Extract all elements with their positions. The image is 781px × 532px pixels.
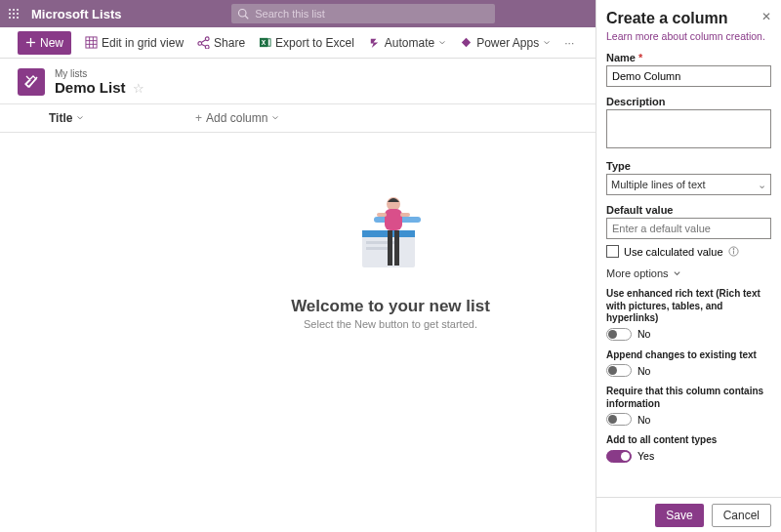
type-label: Type: [606, 160, 771, 172]
calculated-value-checkbox[interactable]: [606, 245, 619, 258]
svg-point-6: [9, 17, 11, 19]
powerapps-button[interactable]: Power Apps: [460, 36, 551, 50]
more-options-label: More options: [606, 267, 669, 279]
addall-toggle[interactable]: [606, 450, 632, 463]
plus-icon: +: [195, 111, 202, 125]
waffle-icon[interactable]: [0, 8, 27, 20]
svg-rect-30: [385, 209, 402, 230]
powerapps-label: Power Apps: [476, 36, 539, 50]
excel-icon: X: [259, 36, 271, 49]
new-button[interactable]: New: [18, 31, 71, 55]
description-label: Description: [606, 96, 771, 107]
svg-point-0: [9, 9, 11, 11]
svg-rect-32: [400, 213, 410, 217]
svg-point-8: [17, 17, 19, 19]
powerapps-icon: [460, 36, 473, 49]
app-name: Microsoft Lists: [31, 7, 121, 21]
svg-point-2: [17, 9, 19, 11]
rich-text-toggle[interactable]: [606, 328, 632, 341]
share-label: Share: [214, 36, 245, 50]
add-column-button[interactable]: + Add column: [195, 111, 279, 125]
search-input[interactable]: [253, 7, 489, 20]
type-select-value: Multiple lines of text: [611, 179, 706, 190]
list-title: Demo List: [55, 79, 126, 96]
description-input[interactable]: [606, 109, 771, 148]
name-label: Name *: [606, 52, 771, 63]
add-column-label: Add column: [206, 111, 267, 125]
svg-rect-13: [86, 37, 97, 48]
column-header-title[interactable]: Title: [29, 111, 195, 125]
svg-rect-23: [267, 39, 270, 46]
export-excel-label: Export to Excel: [275, 36, 354, 50]
export-excel-button[interactable]: X Export to Excel: [259, 36, 354, 50]
column-header-title-label: Title: [49, 111, 72, 125]
edit-grid-label: Edit in grid view: [102, 36, 184, 50]
svg-line-10: [245, 16, 248, 19]
chevron-down-icon: ⌄: [758, 179, 766, 191]
svg-point-18: [198, 42, 202, 46]
svg-rect-34: [394, 230, 399, 266]
svg-point-9: [239, 10, 247, 18]
automate-label: Automate: [385, 36, 434, 50]
append-toggle[interactable]: [606, 364, 632, 377]
automate-button[interactable]: Automate: [368, 36, 446, 50]
share-button[interactable]: Share: [197, 36, 245, 50]
name-input[interactable]: [606, 65, 771, 87]
edit-grid-button[interactable]: Edit in grid view: [85, 36, 184, 50]
panel-heading: Create a column: [606, 10, 771, 27]
cancel-button[interactable]: Cancel: [712, 504, 771, 527]
svg-point-5: [17, 13, 19, 15]
breadcrumb[interactable]: My lists: [55, 68, 144, 79]
svg-rect-31: [377, 213, 387, 217]
panel-footer: Save Cancel: [596, 497, 781, 532]
default-value-label: Default value: [606, 204, 771, 216]
calculated-value-label: Use calculated value: [624, 246, 723, 258]
svg-point-4: [13, 13, 15, 15]
svg-rect-26: [366, 241, 399, 244]
svg-point-20: [205, 45, 209, 49]
chevron-down-icon: [76, 114, 84, 122]
default-value-input[interactable]: [606, 218, 771, 239]
chevron-down-icon: [438, 39, 446, 47]
svg-text:X: X: [262, 39, 267, 46]
append-state: No: [637, 365, 650, 377]
save-button[interactable]: Save: [655, 504, 703, 527]
list-tile-icon: [18, 68, 45, 96]
chevron-down-icon: [673, 269, 681, 278]
rich-text-label: Use enhanced rich text (Rich text with p…: [606, 288, 771, 325]
more-commands-button[interactable]: ···: [564, 36, 574, 50]
addall-state: Yes: [637, 450, 654, 462]
type-select[interactable]: Multiple lines of text ⌄: [606, 174, 771, 195]
svg-point-1: [13, 9, 15, 11]
require-state: No: [637, 414, 650, 426]
empty-illustration: [345, 191, 436, 283]
share-icon: [197, 36, 210, 49]
create-column-panel: ✕ Create a column Learn more about colum…: [596, 0, 781, 532]
search-icon: [237, 8, 249, 20]
svg-rect-33: [388, 230, 392, 266]
svg-point-7: [13, 17, 15, 19]
info-icon[interactable]: [728, 246, 739, 257]
rich-text-state: No: [637, 328, 650, 340]
learn-more-link[interactable]: Learn more about column creation.: [606, 30, 765, 42]
append-label: Append changes to existing text: [606, 349, 771, 362]
new-button-label: New: [40, 36, 63, 50]
grid-icon: [85, 36, 98, 49]
svg-point-19: [205, 37, 209, 41]
require-toggle[interactable]: [606, 413, 632, 426]
favorite-star-icon[interactable]: ☆: [133, 81, 144, 96]
svg-point-37: [732, 248, 733, 249]
close-icon[interactable]: ✕: [761, 10, 771, 23]
search-box[interactable]: [231, 4, 495, 23]
require-label: Require that this column contains inform…: [606, 386, 771, 410]
addall-label: Add to all content types: [606, 434, 771, 447]
chevron-down-icon: [543, 39, 551, 47]
plus-icon: [25, 37, 36, 48]
svg-point-3: [9, 13, 11, 15]
chevron-down-icon: [271, 114, 279, 122]
more-options-toggle[interactable]: More options: [606, 267, 771, 279]
automate-icon: [368, 36, 381, 49]
